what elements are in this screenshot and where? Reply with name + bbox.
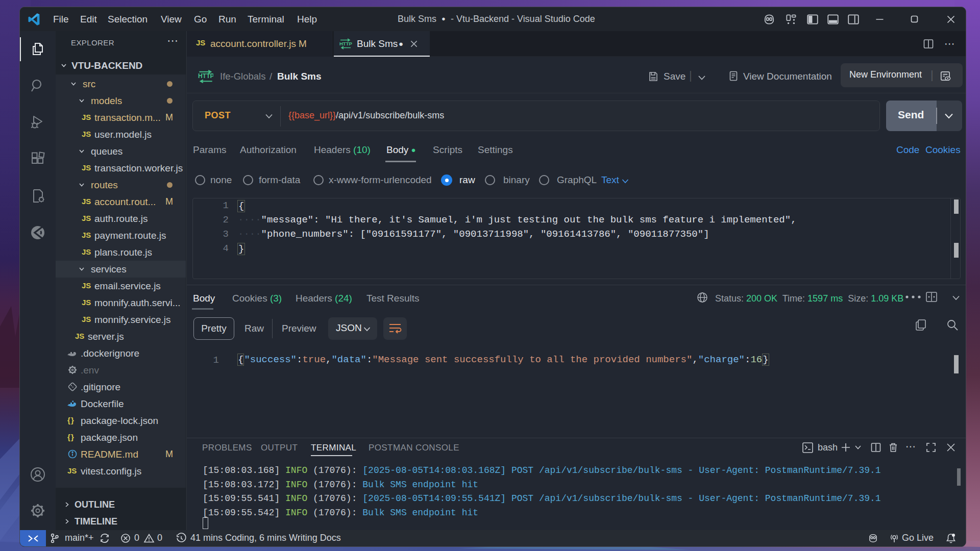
svg-text:HTTP: HTTP bbox=[198, 72, 213, 80]
svg-text:HTTP: HTTP bbox=[339, 41, 352, 46]
